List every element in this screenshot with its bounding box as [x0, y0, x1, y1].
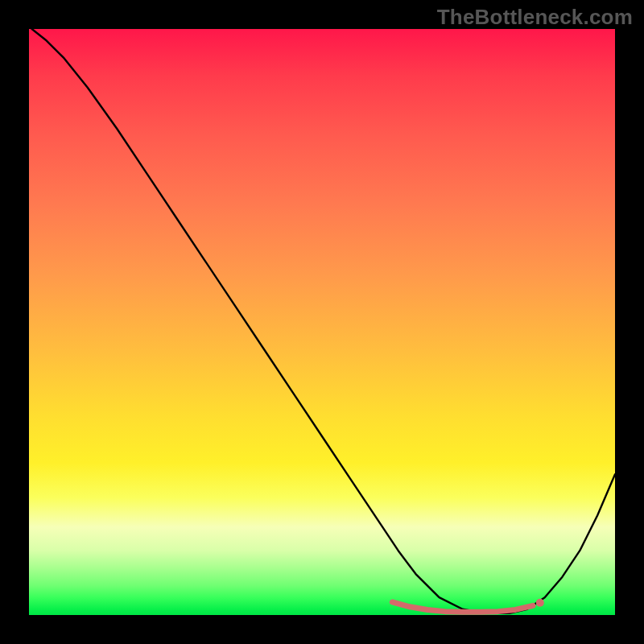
chart-frame: TheBottleneck.com	[0, 0, 644, 644]
chart-svg	[29, 29, 615, 615]
watermark-text: TheBottleneck.com	[437, 5, 633, 30]
optimal-end-dot	[536, 599, 544, 607]
plot-area	[29, 29, 615, 615]
bottleneck-curve	[32, 29, 615, 613]
optimal-range-marker	[392, 602, 533, 612]
